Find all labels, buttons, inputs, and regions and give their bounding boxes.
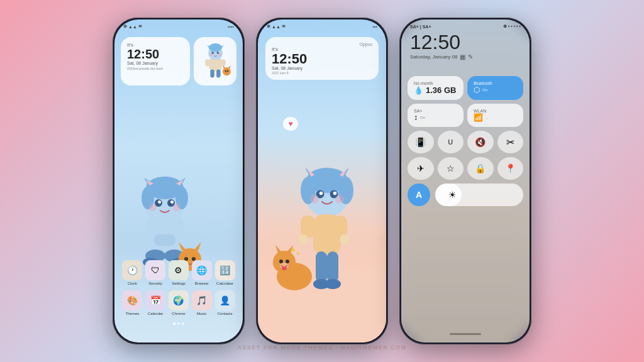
calculator-icon-img: 🔢 xyxy=(215,260,235,280)
svg-point-16 xyxy=(222,67,230,75)
svg-rect-39 xyxy=(154,234,175,246)
svg-rect-15 xyxy=(216,70,221,78)
svg-point-10 xyxy=(218,53,221,57)
a-label: A xyxy=(416,190,422,200)
svg-point-79 xyxy=(286,260,289,263)
scissors-btn[interactable]: ✂ xyxy=(497,131,524,153)
lock-time: 12:50 xyxy=(272,52,372,66)
mute-btn[interactable]: 🔇 xyxy=(467,131,494,153)
cc-time-block: 12:50 Saturday, January 08 ▦ ✎ xyxy=(410,32,473,60)
cc-icon-row-2: ✈ ☆ 🔒 📍 xyxy=(408,157,523,180)
phone1-screen: ⊕ ▲▲ ≋ ▪▪▪▪ ☄ ✦ ✦ It's 12:50 Sat, 08 Jan… xyxy=(114,19,243,343)
location-btn[interactable]: 📍 xyxy=(497,157,524,180)
app-music[interactable]: 🎵 Music xyxy=(192,290,212,315)
browser-icon-img: 🌐 xyxy=(192,260,212,280)
cc-data-tile[interactable]: his month 💧 1.36 GB xyxy=(408,76,464,100)
app-security[interactable]: 🛡 Security xyxy=(145,260,165,285)
p2-battery-icon: ▪▪▪ xyxy=(373,25,377,29)
dot-3 xyxy=(182,322,184,325)
cc-time-display: 12:50 xyxy=(410,32,473,52)
cc-status-left: SA+ | SA+ xyxy=(410,25,431,29)
watermark: ASSET FOR MORE THEMES - HAUITHEMER.COM xyxy=(237,344,407,351)
star-btn[interactable]: ☆ xyxy=(438,157,464,180)
contacts-label: Contacts xyxy=(218,312,233,315)
security-icon-img: 🛡 xyxy=(145,260,165,280)
sa-icon: ↕ xyxy=(414,113,418,122)
calendar-label: Calendar xyxy=(148,312,163,315)
chrome-label: Chrome xyxy=(172,312,185,315)
calculator-label: Calculator xyxy=(216,282,233,285)
cc-action-icons: ▦ ✎ xyxy=(460,53,473,60)
cc-bluetooth-tile[interactable]: Bluetooth ⬡ On xyxy=(467,76,523,100)
wlan-tile-sub: ... xyxy=(486,116,489,119)
svg-point-63 xyxy=(310,195,319,204)
svg-rect-14 xyxy=(210,70,214,78)
battery-icon: ▪▪▪▪ xyxy=(228,25,234,29)
svg-rect-13 xyxy=(220,59,225,66)
status-left-icons: ⊕ ▲▲ ≋ xyxy=(123,24,142,29)
svg-point-41 xyxy=(181,231,206,248)
cc-edit-icon: ✎ xyxy=(468,53,473,60)
svg-marker-18 xyxy=(228,65,231,69)
p2-wifi-icon: ≋ xyxy=(282,24,286,29)
airplane-btn[interactable]: ✈ xyxy=(408,157,434,180)
app-contacts[interactable]: 👤 Contacts xyxy=(215,290,235,315)
svg-text:✦: ✦ xyxy=(296,250,301,257)
app-row-1: 🕐 Clock 🛡 Security ⚙ Settings 🌐 Browser xyxy=(121,260,236,285)
app-clock[interactable]: 🕐 Clock xyxy=(122,260,142,285)
themes-label: Themes xyxy=(126,312,140,315)
page-dots xyxy=(114,322,243,325)
data-tile-icon-row: 💧 1.36 GB xyxy=(414,85,457,95)
bluetooth-icon: ⬡ xyxy=(474,85,480,94)
cc-date-display: Saturday, January 08 xyxy=(410,54,457,60)
app-chrome[interactable]: 🌍 Chrome xyxy=(169,290,189,315)
signal-icon: ▲▲ xyxy=(128,25,137,29)
svg-point-78 xyxy=(279,260,283,263)
svg-point-20 xyxy=(226,70,228,72)
bt-tile-label: Bluetooth xyxy=(474,81,517,85)
cc-icon-row-1: 📳 U 🔇 ✂ xyxy=(408,131,523,153)
cc-tile-row-1: his month 💧 1.36 GB Bluetooth ⬡ On xyxy=(408,76,523,100)
app-themes[interactable]: 🎨 Themes xyxy=(122,290,142,315)
lock-date: Sat, 08 January xyxy=(272,66,372,70)
wifi-cc-icon: 📶 xyxy=(474,113,483,122)
phone3-screen: SA+ | SA+ ⊕ ▪ ▪ ▪ ▪ ▪ 12:50 Saturday, Ja… xyxy=(401,19,530,343)
brightness-slider[interactable]: ☀ xyxy=(435,184,523,206)
svg-rect-12 xyxy=(205,59,210,66)
svg-point-6 xyxy=(216,52,219,54)
auto-brightness-btn[interactable]: A xyxy=(408,184,430,206)
brightness-fill: ☀ xyxy=(435,184,462,206)
contacts-icon-img: 👤 xyxy=(215,290,235,310)
svg-rect-11 xyxy=(209,59,221,70)
svg-point-35 xyxy=(170,203,172,205)
cc-sa-tile[interactable]: SA+ ↕ On xyxy=(408,104,464,127)
phone3-status-bar: SA+ | SA+ ⊕ ▪ ▪ ▪ ▪ ▪ xyxy=(401,19,530,33)
char-widget-small xyxy=(194,37,236,85)
cc-tiles-container: his month 💧 1.36 GB Bluetooth ⬡ On xyxy=(408,76,523,206)
app-browser[interactable]: 🌐 Browser xyxy=(192,260,212,285)
oppo-text: Oppos xyxy=(272,42,372,47)
widget-area: It's 12:50 Sat, 08 January 2022est priva… xyxy=(121,37,236,85)
svg-point-69 xyxy=(340,234,350,244)
app-settings[interactable]: ⚙ Settings xyxy=(169,260,189,285)
dot-2 xyxy=(177,322,180,325)
wifi-icon: ≋ xyxy=(138,24,142,29)
app-calculator[interactable]: 🔢 Calculator xyxy=(215,260,235,285)
lock-small: 2022 1am 8 xyxy=(272,71,372,75)
app-calendar[interactable]: 📅 Calendar xyxy=(145,290,165,315)
svg-point-64 xyxy=(335,195,344,204)
dot-1 xyxy=(173,322,175,325)
phone2-status-bar: ⊕ ▲▲ ≋ ▪▪▪ xyxy=(258,19,386,33)
cc-wlan-tile[interactable]: WLAN 📶 ... xyxy=(467,104,523,127)
data-drop-icon: 💧 xyxy=(414,86,423,95)
date-display: Sat, 08 January xyxy=(127,61,184,65)
nfc-btn[interactable]: U xyxy=(438,131,464,153)
svg-point-9 xyxy=(209,53,212,57)
lock-btn[interactable]: 🔒 xyxy=(467,157,494,180)
browser-label: Browser xyxy=(195,282,209,285)
settings-icon-img: ⚙ xyxy=(169,260,189,280)
svg-point-81 xyxy=(282,266,287,270)
cc-grid-icon: ▦ xyxy=(460,53,465,60)
bt-tile-icon-row: ⬡ On xyxy=(474,85,517,94)
vibrate-btn[interactable]: 📳 xyxy=(408,131,434,153)
